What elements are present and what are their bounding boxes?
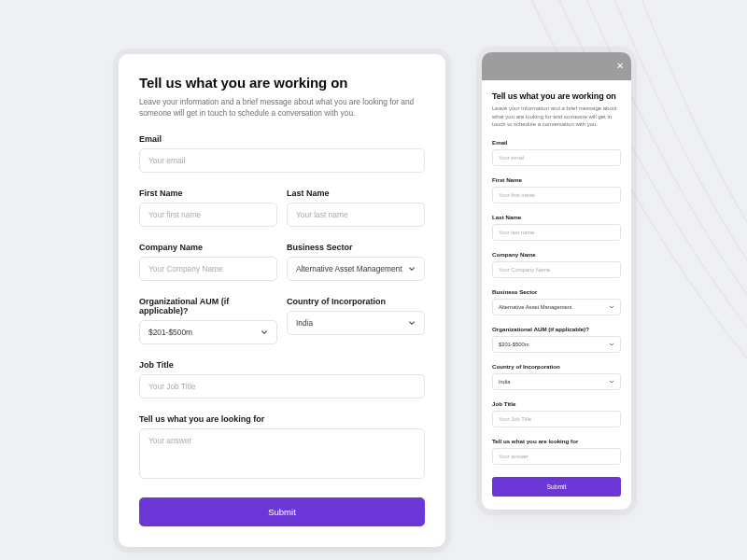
email-input[interactable]: Your email [492,149,621,166]
form-title: Tell us what you are working on [139,75,425,91]
looking-for-textarea[interactable]: Your answer [492,448,621,465]
looking-for-label: Tell us what you are looking for [139,414,425,424]
job-title-input[interactable]: Your Job Title [139,374,425,399]
contact-form-mobile: ✕ Tell us what you are working on Leave … [482,52,631,510]
form-subtitle: Leave your information and a brief messa… [139,96,425,119]
chevron-down-icon [609,379,614,385]
last-name-label: Last Name [287,189,425,198]
country-select[interactable]: India [287,311,425,335]
email-input[interactable]: Your email [139,148,425,173]
aum-select[interactable]: $201-$500m [492,336,621,353]
last-name-label: Last Name [492,214,621,220]
country-label: Country of Incorporation [287,297,425,306]
last-name-input[interactable]: Your last name [287,203,425,227]
last-name-input[interactable]: Your last name [492,224,621,241]
first-name-label: First Name [139,189,277,198]
chevron-down-icon [408,265,416,273]
country-select[interactable]: India [492,373,621,390]
business-sector-label: Business Sector [287,243,425,252]
company-name-input[interactable]: Your Company Name [139,257,277,281]
first-name-label: First Name [492,176,621,183]
form-title: Tell us what you are working on [492,91,621,101]
business-sector-label: Business Sector [492,288,621,295]
business-sector-select[interactable]: Alternative Asset Management [287,257,425,281]
aum-label: Organizational AUM (if applicable)? [139,297,277,315]
aum-label: Organizational AUM (if applicable)? [492,326,621,332]
business-sector-select[interactable]: Alternative Asset Management [492,299,621,315]
company-name-input[interactable]: Your Company Name [492,261,621,278]
chevron-down-icon [408,319,416,327]
job-title-label: Job Title [139,360,425,370]
looking-for-textarea[interactable]: Your answer [139,428,425,479]
job-title-label: Job Title [492,400,621,407]
chevron-down-icon [609,342,614,347]
contact-form-desktop: Tell us what you are working on Leave yo… [119,54,445,547]
company-name-label: Company Name [492,251,621,258]
looking-for-label: Tell us what you are looking for [492,438,621,444]
country-label: Country of Incorporation [492,363,621,370]
submit-button[interactable]: Submit [492,477,621,497]
chevron-down-icon [609,304,614,310]
mobile-header: ✕ [482,52,631,80]
aum-select[interactable]: $201-$500m [139,320,277,344]
chevron-down-icon [261,329,268,336]
email-label: Email [139,134,425,144]
form-subtitle: Leave your information and a brief messa… [492,105,621,129]
submit-button[interactable]: Submit [139,497,425,526]
job-title-input[interactable]: Your Job Title [492,411,621,427]
first-name-input[interactable]: Your first name [492,187,621,203]
first-name-input[interactable]: Your first name [139,203,277,227]
email-label: Email [492,139,621,146]
close-icon[interactable]: ✕ [616,62,624,71]
company-name-label: Company Name [139,243,277,252]
